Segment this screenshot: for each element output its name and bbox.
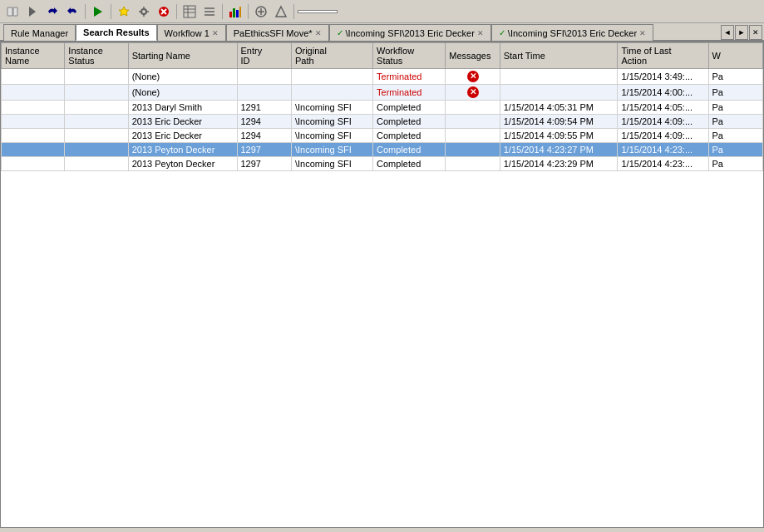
cell-instance-status: [65, 143, 128, 157]
tab-nav-right[interactable]: ►: [735, 25, 748, 40]
error-icon: ✕: [467, 71, 479, 82]
table-row[interactable]: 2013 Peyton Decker1297\Incoming SFICompl…: [2, 143, 763, 157]
cell-original-path: \Incoming SFI: [291, 157, 372, 171]
cell-last-action: 1/15/2014 4:05:...: [618, 101, 708, 115]
cell-w: Pa: [708, 101, 762, 115]
table-row[interactable]: 2013 Eric Decker1294\Incoming SFIComplet…: [2, 129, 763, 143]
tab-incoming-sfi-1-close[interactable]: ✕: [477, 29, 484, 37]
tab-search-results[interactable]: Search Results: [76, 24, 156, 41]
col-header-workflow-status-label: WorkflowStatus: [377, 46, 414, 66]
cell-last-action: 1/15/2014 4:09:...: [618, 115, 708, 129]
toolbar-sep-6: [293, 4, 294, 19]
col-header-starting-name-label: Starting Name: [132, 51, 190, 61]
col-header-original-path[interactable]: OriginalPath: [291, 43, 372, 69]
cell-entry-id: 1294: [237, 129, 291, 143]
toolbar-btn-settings[interactable]: [135, 2, 153, 21]
cell-entry-id: [237, 69, 291, 85]
col-header-start-time[interactable]: Start Time: [500, 43, 618, 69]
col-header-starting-name[interactable]: Starting Name: [128, 43, 237, 69]
zoom-dropdown[interactable]: [340, 2, 358, 21]
table-row[interactable]: (None)Terminated✕1/15/2014 4:00:...Pa: [2, 85, 763, 101]
toolbar-btn-extra2[interactable]: [272, 2, 290, 21]
toolbar-btn-2[interactable]: [23, 2, 42, 21]
cell-original-path: \Incoming SFI: [291, 143, 372, 157]
cell-instance-name: [2, 115, 65, 129]
col-header-last-action-label: Time of LastAction: [621, 46, 671, 66]
cell-messages: ✕: [446, 85, 500, 101]
cell-start-time: [500, 69, 618, 85]
toolbar-btn-chart[interactable]: [226, 2, 244, 21]
tab-paethics-close[interactable]: ✕: [315, 29, 322, 37]
cell-instance-name: [2, 129, 65, 143]
table-row[interactable]: 2013 Eric Decker1294\Incoming SFIComplet…: [2, 115, 763, 129]
tab-incoming-sfi-2[interactable]: ✓ \Incoming SFI\2013 Eric Decker ✕: [491, 24, 653, 41]
col-header-last-action[interactable]: Time of LastAction: [618, 43, 708, 69]
cell-instance-name: [2, 143, 65, 157]
svg-rect-19: [233, 8, 235, 17]
col-header-workflow-status[interactable]: WorkflowStatus: [373, 43, 446, 69]
toolbar-btn-redo[interactable]: [63, 2, 81, 21]
col-header-entry-id-label: EntryID: [241, 46, 263, 66]
toolbar-sep-5: [248, 4, 249, 19]
col-header-w[interactable]: W: [708, 43, 762, 69]
cell-instance-name: [2, 101, 65, 115]
tab-nav-left[interactable]: ◄: [721, 25, 734, 40]
cell-workflow-status: Completed: [373, 129, 446, 143]
cell-workflow-status: Terminated: [373, 69, 446, 85]
cell-starting-name: 2013 Peyton Decker: [128, 157, 237, 171]
cell-entry-id: 1294: [237, 115, 291, 129]
cell-start-time: 1/15/2014 4:09:55 PM: [500, 129, 618, 143]
cell-messages: [446, 143, 500, 157]
tab-paethics-sfi[interactable]: PaEthicsSFI Move* ✕: [226, 24, 329, 41]
toolbar-btn-1[interactable]: [3, 2, 22, 21]
tab-incoming-sfi-2-close[interactable]: ✕: [639, 29, 646, 37]
tab-workflow-1-label: Workflow 1: [165, 28, 209, 38]
toolbar-btn-table[interactable]: [180, 2, 199, 21]
cell-w: Pa: [708, 129, 762, 143]
svg-rect-21: [239, 7, 241, 17]
cell-instance-name: [2, 69, 65, 85]
cell-workflow-status: Completed: [373, 115, 446, 129]
cell-starting-name: 2013 Peyton Decker: [128, 143, 237, 157]
tab-workflow-1[interactable]: Workflow 1 ✕: [157, 24, 226, 41]
cell-messages: ✕: [446, 69, 500, 85]
cell-w: Pa: [708, 69, 762, 85]
table-row[interactable]: 2013 Daryl Smith1291\Incoming SFIComplet…: [2, 101, 763, 115]
col-header-w-label: W: [712, 51, 721, 61]
tab-rule-manager-label: Rule Manager: [11, 28, 68, 38]
cell-last-action: 1/15/2014 4:23:...: [618, 143, 708, 157]
cell-last-action: 1/15/2014 4:23:...: [618, 157, 708, 171]
toolbar-btn-undo[interactable]: [43, 2, 62, 21]
col-header-instance-name[interactable]: InstanceName: [2, 43, 65, 69]
toolbar-btn-extra1[interactable]: [252, 2, 270, 21]
cell-instance-status: [65, 85, 128, 101]
tab-workflow-1-close[interactable]: ✕: [212, 29, 219, 37]
tab-rule-manager[interactable]: Rule Manager: [3, 24, 76, 41]
toolbar-btn-star[interactable]: [115, 2, 133, 21]
col-header-entry-id[interactable]: EntryID: [237, 43, 291, 69]
cell-w: Pa: [708, 85, 762, 101]
toolbar-btn-play[interactable]: [89, 2, 107, 21]
tab-nav-close[interactable]: ✕: [749, 25, 762, 40]
toolbar-btn-close-red[interactable]: [155, 2, 173, 21]
cell-w: Pa: [708, 157, 762, 171]
error-icon: ✕: [467, 86, 479, 98]
cell-starting-name: (None): [128, 85, 237, 101]
cell-w: Pa: [708, 115, 762, 129]
cell-last-action: 1/15/2014 4:09:...: [618, 129, 708, 143]
toolbar-sep-4: [222, 4, 223, 19]
toolbar-sep-1: [85, 4, 86, 19]
zoom-input[interactable]: [298, 10, 338, 13]
cell-workflow-status: Completed: [373, 101, 446, 115]
cell-instance-status: [65, 69, 128, 85]
toolbar-sep-2: [111, 4, 111, 19]
cell-start-time: [500, 85, 618, 101]
col-header-instance-status[interactable]: InstanceStatus: [65, 43, 128, 69]
tab-incoming-sfi-1[interactable]: ✓ \Incoming SFI\2013 Eric Decker ✕: [329, 24, 491, 41]
col-header-messages[interactable]: Messages: [446, 43, 500, 69]
cell-last-action: 1/15/2014 3:49:...: [618, 69, 708, 85]
toolbar-btn-list[interactable]: [200, 2, 219, 21]
tab-paethics-label: PaEthicsSFI Move*: [234, 28, 313, 38]
table-row[interactable]: 2013 Peyton Decker1297\Incoming SFICompl…: [2, 157, 763, 171]
table-row[interactable]: (None)Terminated✕1/15/2014 3:49:...Pa: [2, 69, 763, 85]
